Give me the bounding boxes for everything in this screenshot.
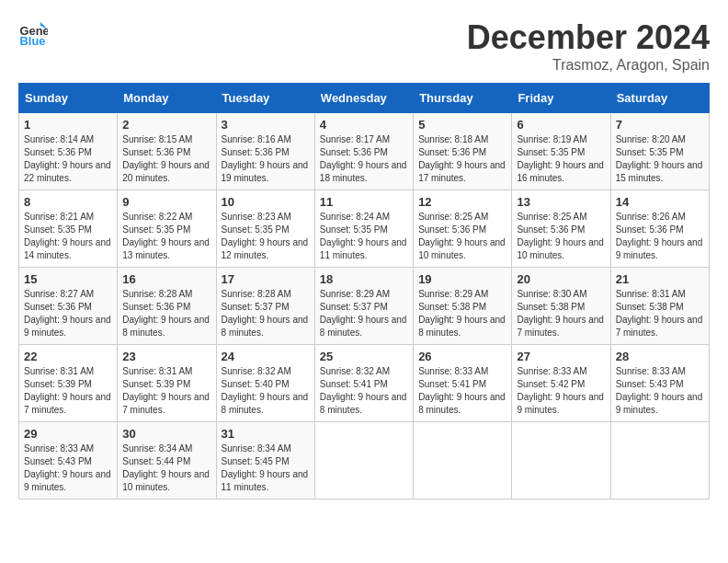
table-row: 13 Sunrise: 8:25 AM Sunset: 5:36 PM Dayl… — [512, 190, 610, 268]
col-monday: Monday — [118, 84, 216, 113]
table-row: 15 Sunrise: 8:27 AM Sunset: 5:36 PM Dayl… — [19, 268, 118, 345]
table-row: 26 Sunrise: 8:33 AM Sunset: 5:41 PM Dayl… — [414, 345, 512, 422]
table-row: 6 Sunrise: 8:19 AM Sunset: 5:35 PM Dayli… — [512, 113, 610, 190]
table-row: 9 Sunrise: 8:22 AM Sunset: 5:35 PM Dayli… — [118, 190, 216, 268]
day-number: 26 — [418, 350, 506, 363]
calendar-week-4: 22 Sunrise: 8:31 AM Sunset: 5:39 PM Dayl… — [19, 345, 710, 422]
day-number: 11 — [320, 195, 408, 209]
table-row — [610, 422, 709, 500]
day-info: Sunrise: 8:26 AM Sunset: 5:36 PM Dayligh… — [616, 211, 704, 262]
day-number: 2 — [122, 118, 210, 132]
logo: General Blue — [18, 18, 48, 48]
day-number: 28 — [616, 350, 704, 363]
day-info: Sunrise: 8:22 AM Sunset: 5:35 PM Dayligh… — [122, 211, 210, 262]
day-number: 22 — [24, 350, 112, 363]
month-title: December 2024 — [467, 18, 710, 57]
day-info: Sunrise: 8:33 AM Sunset: 5:43 PM Dayligh… — [616, 365, 704, 417]
col-saturday: Saturday — [610, 84, 709, 113]
day-info: Sunrise: 8:34 AM Sunset: 5:44 PM Dayligh… — [122, 442, 210, 494]
day-info: Sunrise: 8:18 AM Sunset: 5:36 PM Dayligh… — [418, 133, 506, 185]
day-number: 3 — [222, 118, 310, 132]
calendar-week-2: 8 Sunrise: 8:21 AM Sunset: 5:35 PM Dayli… — [19, 190, 710, 268]
page-header: General Blue December 2024 Trasmoz, Arag… — [18, 18, 710, 74]
day-info: Sunrise: 8:33 AM Sunset: 5:43 PM Dayligh… — [24, 442, 112, 494]
table-row: 5 Sunrise: 8:18 AM Sunset: 5:36 PM Dayli… — [414, 113, 512, 190]
day-info: Sunrise: 8:20 AM Sunset: 5:35 PM Dayligh… — [616, 133, 704, 185]
day-number: 13 — [517, 195, 605, 209]
table-row: 25 Sunrise: 8:32 AM Sunset: 5:41 PM Dayl… — [314, 345, 413, 422]
table-row: 21 Sunrise: 8:31 AM Sunset: 5:38 PM Dayl… — [610, 268, 709, 345]
svg-text:Blue: Blue — [20, 34, 46, 48]
col-wednesday: Wednesday — [314, 84, 413, 113]
day-info: Sunrise: 8:19 AM Sunset: 5:35 PM Dayligh… — [517, 133, 605, 185]
day-number: 8 — [24, 195, 112, 209]
day-number: 24 — [222, 350, 310, 363]
table-row: 8 Sunrise: 8:21 AM Sunset: 5:35 PM Dayli… — [19, 190, 118, 268]
day-number: 27 — [517, 350, 605, 363]
day-info: Sunrise: 8:16 AM Sunset: 5:36 PM Dayligh… — [222, 133, 310, 185]
table-row: 12 Sunrise: 8:25 AM Sunset: 5:36 PM Dayl… — [414, 190, 512, 268]
table-row: 7 Sunrise: 8:20 AM Sunset: 5:35 PM Dayli… — [610, 113, 709, 190]
logo-icon: General Blue — [18, 18, 48, 48]
day-number: 14 — [616, 195, 704, 209]
day-number: 5 — [418, 118, 506, 132]
table-row: 31 Sunrise: 8:34 AM Sunset: 5:45 PM Dayl… — [216, 422, 314, 500]
day-info: Sunrise: 8:21 AM Sunset: 5:35 PM Dayligh… — [24, 211, 112, 262]
table-row: 10 Sunrise: 8:23 AM Sunset: 5:35 PM Dayl… — [216, 190, 314, 268]
day-number: 17 — [222, 272, 310, 286]
col-thursday: Thursday — [414, 84, 512, 113]
day-info: Sunrise: 8:25 AM Sunset: 5:36 PM Dayligh… — [418, 211, 506, 262]
header-row: Sunday Monday Tuesday Wednesday Thursday… — [19, 84, 710, 113]
table-row: 11 Sunrise: 8:24 AM Sunset: 5:35 PM Dayl… — [314, 190, 413, 268]
table-row: 19 Sunrise: 8:29 AM Sunset: 5:38 PM Dayl… — [414, 268, 512, 345]
day-number: 21 — [616, 272, 704, 286]
calendar-table: Sunday Monday Tuesday Wednesday Thursday… — [18, 83, 710, 500]
day-info: Sunrise: 8:17 AM Sunset: 5:36 PM Dayligh… — [320, 133, 408, 185]
day-info: Sunrise: 8:25 AM Sunset: 5:36 PM Dayligh… — [517, 211, 605, 262]
day-info: Sunrise: 8:31 AM Sunset: 5:38 PM Dayligh… — [616, 288, 704, 339]
day-info: Sunrise: 8:28 AM Sunset: 5:36 PM Dayligh… — [122, 288, 210, 339]
day-number: 29 — [24, 427, 112, 441]
day-number: 4 — [320, 118, 408, 132]
day-number: 31 — [222, 427, 310, 441]
day-info: Sunrise: 8:33 AM Sunset: 5:42 PM Dayligh… — [517, 365, 605, 417]
table-row: 27 Sunrise: 8:33 AM Sunset: 5:42 PM Dayl… — [512, 345, 610, 422]
day-number: 18 — [320, 272, 408, 286]
table-row: 20 Sunrise: 8:30 AM Sunset: 5:38 PM Dayl… — [512, 268, 610, 345]
table-row: 24 Sunrise: 8:32 AM Sunset: 5:40 PM Dayl… — [216, 345, 314, 422]
day-number: 23 — [122, 350, 210, 363]
calendar-week-1: 1 Sunrise: 8:14 AM Sunset: 5:36 PM Dayli… — [19, 113, 710, 190]
day-number: 7 — [616, 118, 704, 132]
title-area: December 2024 Trasmoz, Aragon, Spain — [467, 18, 710, 74]
table-row: 17 Sunrise: 8:28 AM Sunset: 5:37 PM Dayl… — [216, 268, 314, 345]
day-info: Sunrise: 8:34 AM Sunset: 5:45 PM Dayligh… — [222, 442, 310, 494]
table-row — [414, 422, 512, 500]
day-number: 9 — [122, 195, 210, 209]
day-info: Sunrise: 8:28 AM Sunset: 5:37 PM Dayligh… — [222, 288, 310, 339]
day-number: 1 — [24, 118, 112, 132]
table-row: 29 Sunrise: 8:33 AM Sunset: 5:43 PM Dayl… — [19, 422, 118, 500]
day-number: 12 — [418, 195, 506, 209]
col-tuesday: Tuesday — [216, 84, 314, 113]
col-sunday: Sunday — [19, 84, 118, 113]
day-info: Sunrise: 8:31 AM Sunset: 5:39 PM Dayligh… — [122, 365, 210, 417]
table-row: 22 Sunrise: 8:31 AM Sunset: 5:39 PM Dayl… — [19, 345, 118, 422]
table-row: 2 Sunrise: 8:15 AM Sunset: 5:36 PM Dayli… — [118, 113, 216, 190]
calendar-week-3: 15 Sunrise: 8:27 AM Sunset: 5:36 PM Dayl… — [19, 268, 710, 345]
day-number: 19 — [418, 272, 506, 286]
day-info: Sunrise: 8:32 AM Sunset: 5:40 PM Dayligh… — [222, 365, 310, 417]
location-title: Trasmoz, Aragon, Spain — [467, 57, 710, 74]
day-info: Sunrise: 8:32 AM Sunset: 5:41 PM Dayligh… — [320, 365, 408, 417]
calendar-week-5: 29 Sunrise: 8:33 AM Sunset: 5:43 PM Dayl… — [19, 422, 710, 500]
table-row: 14 Sunrise: 8:26 AM Sunset: 5:36 PM Dayl… — [610, 190, 709, 268]
day-number: 20 — [517, 272, 605, 286]
day-info: Sunrise: 8:29 AM Sunset: 5:38 PM Dayligh… — [418, 288, 506, 339]
day-number: 16 — [122, 272, 210, 286]
day-number: 10 — [222, 195, 310, 209]
day-info: Sunrise: 8:30 AM Sunset: 5:38 PM Dayligh… — [517, 288, 605, 339]
table-row: 4 Sunrise: 8:17 AM Sunset: 5:36 PM Dayli… — [314, 113, 413, 190]
table-row: 30 Sunrise: 8:34 AM Sunset: 5:44 PM Dayl… — [118, 422, 216, 500]
table-row: 23 Sunrise: 8:31 AM Sunset: 5:39 PM Dayl… — [118, 345, 216, 422]
day-info: Sunrise: 8:33 AM Sunset: 5:41 PM Dayligh… — [418, 365, 506, 417]
day-info: Sunrise: 8:31 AM Sunset: 5:39 PM Dayligh… — [24, 365, 112, 417]
